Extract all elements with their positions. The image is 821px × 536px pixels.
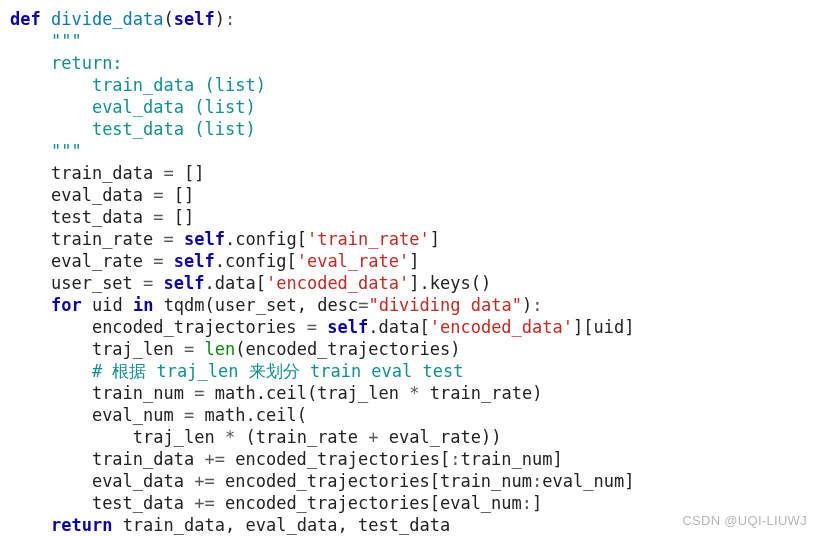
assign: =: [143, 207, 174, 227]
space: [399, 383, 409, 403]
self-ref: self: [164, 273, 205, 293]
identifier: eval_data: [51, 185, 143, 205]
slice-end: train_num: [460, 449, 552, 469]
star: *: [225, 427, 235, 447]
assign: =: [174, 339, 205, 359]
empty-list: []: [184, 163, 204, 183]
slice-start: train_num: [440, 471, 532, 491]
attribute: config: [235, 229, 296, 249]
assign: =: [184, 383, 215, 403]
dot: .: [368, 317, 378, 337]
attribute: data: [215, 273, 256, 293]
identifier: test_data: [51, 207, 143, 227]
space: [153, 295, 163, 315]
assign: =: [133, 273, 164, 293]
slice-start: eval_num: [440, 493, 522, 513]
keyword-in: in: [133, 295, 153, 315]
empty-list: []: [174, 207, 194, 227]
plus: +: [368, 427, 378, 447]
colon: :: [225, 9, 235, 29]
paren-close: ): [481, 427, 491, 447]
space: [235, 427, 245, 447]
keyword-def: def: [10, 9, 41, 29]
module-math: math: [215, 383, 256, 403]
return-value: eval_data: [245, 515, 337, 535]
kwarg-name: desc: [317, 295, 358, 315]
space: [123, 295, 133, 315]
bracket-close: ]: [409, 273, 419, 293]
arg: encoded_trajectories: [245, 339, 450, 359]
loop-var: uid: [92, 295, 123, 315]
dot: .: [256, 383, 266, 403]
paren-open: (: [205, 295, 215, 315]
paren-close: ): [491, 427, 501, 447]
arg: user_set: [215, 295, 297, 315]
space: [379, 427, 389, 447]
identifier: user_set: [51, 273, 133, 293]
plus-assign: +=: [184, 471, 225, 491]
string-literal: 'encoded_data': [266, 273, 409, 293]
arg: train_rate: [256, 427, 358, 447]
paren-open: (: [471, 273, 481, 293]
string-literal: 'encoded_data': [430, 317, 573, 337]
space: [112, 515, 122, 535]
arg: traj_len: [133, 427, 215, 447]
paren-open: (: [245, 427, 255, 447]
dot: .: [205, 273, 215, 293]
watermark-text: CSDN @UQI-LIUWJ: [682, 513, 807, 528]
space: [41, 9, 51, 29]
attribute: data: [379, 317, 420, 337]
identifier: train_rate: [51, 229, 153, 249]
docstring-line: return:: [51, 53, 123, 73]
docstring-open: """: [51, 31, 82, 51]
bracket-close: ]: [553, 449, 563, 469]
docstring-line: test_data (list): [92, 119, 256, 139]
bracket-open: [: [286, 251, 296, 271]
dot: .: [245, 405, 255, 425]
keyword-for: for: [51, 295, 82, 315]
arg: eval_rate: [389, 427, 481, 447]
bracket-open: [: [430, 471, 440, 491]
plus-assign: +=: [194, 449, 235, 469]
space: [215, 427, 225, 447]
comma: ,: [297, 295, 317, 315]
bracket-close: ]: [624, 471, 634, 491]
paren-close: ): [481, 273, 491, 293]
string-literal: "dividing data": [368, 295, 522, 315]
identifier: eval_data: [92, 471, 184, 491]
bracket-close: ]: [532, 493, 542, 513]
paren-close: ): [215, 9, 225, 29]
space: [82, 295, 92, 315]
dot: .: [225, 229, 235, 249]
bracket-open: [: [583, 317, 593, 337]
bracket-close: ]: [409, 251, 419, 271]
self-param: self: [174, 9, 215, 29]
dot: .: [420, 273, 430, 293]
space: [420, 383, 430, 403]
function-name: divide_data: [51, 9, 164, 29]
method-call: keys: [430, 273, 471, 293]
identifier: train_data: [92, 449, 194, 469]
identifier: encoded_trajectories: [225, 471, 430, 491]
dot: .: [215, 251, 225, 271]
string-literal: 'train_rate': [307, 229, 430, 249]
builtin-len: len: [205, 339, 236, 359]
comma: ,: [225, 515, 245, 535]
self-ref: self: [184, 229, 225, 249]
code-block: def divide_data(self): """ return: train…: [0, 0, 821, 536]
identifier: eval_num: [92, 405, 174, 425]
identifier: encoded_trajectories: [92, 317, 297, 337]
identifier: eval_rate: [51, 251, 143, 271]
bracket-close: ]: [624, 317, 634, 337]
docstring-close: """: [51, 141, 82, 161]
star: *: [409, 383, 419, 403]
keyword-return: return: [51, 515, 112, 535]
assign: =: [297, 317, 328, 337]
assign: =: [143, 185, 174, 205]
paren-open: (: [307, 383, 317, 403]
assign: =: [153, 229, 184, 249]
attribute: config: [225, 251, 286, 271]
empty-list: []: [174, 185, 194, 205]
bracket-close: ]: [573, 317, 583, 337]
paren-open: (: [235, 339, 245, 359]
